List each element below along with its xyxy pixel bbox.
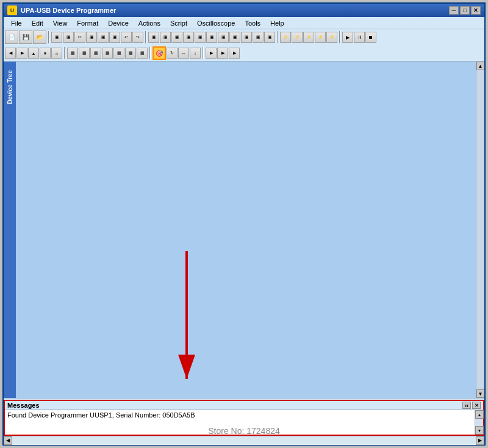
toolbar-sep-3 (277, 31, 278, 43)
flip-v-button[interactable]: ↕ (190, 48, 201, 59)
new-button[interactable]: 📄 (5, 31, 18, 44)
side-tab-label[interactable]: Device Tree (5, 68, 15, 107)
tb-btn-23[interactable]: ⚡ (315, 32, 326, 43)
nav-home[interactable]: ⌂ (51, 48, 62, 59)
nav-up[interactable]: ▲ (28, 48, 39, 59)
tb-btn-1[interactable]: ▣ (51, 32, 62, 43)
tb-btn-3[interactable]: ✂ (74, 32, 85, 43)
tb-btn-15[interactable]: ▣ (218, 32, 229, 43)
save-button[interactable]: 💾 (19, 31, 32, 44)
tb-btn-24[interactable]: ⚡ (326, 32, 337, 43)
flip-h-button[interactable]: ↔ (178, 48, 189, 59)
side-tab[interactable]: Device Tree (4, 62, 16, 398)
menu-oscilloscope[interactable]: Oscilloscope (192, 19, 240, 27)
h-scroll-track (12, 436, 476, 445)
title-bar-left: U UPA-USB Device Programmer (7, 5, 116, 15)
grid-btn-6[interactable]: ▦ (125, 48, 136, 59)
rotate-button[interactable]: ↻ (167, 48, 178, 59)
tb-btn-9[interactable]: ▣ (148, 32, 159, 43)
messages-close-button[interactable]: ✕ (472, 402, 481, 409)
main-window: U UPA-USB Device Programmer ─ □ ✕ File E… (2, 2, 486, 446)
messages-scroll-down[interactable]: ▼ (475, 426, 484, 435)
scroll-down-button[interactable]: ▼ (476, 389, 485, 398)
h-scroll-left[interactable]: ◀ (4, 436, 12, 445)
messages-header-buttons: π ✕ (462, 402, 481, 409)
open-button[interactable]: 📂 (33, 31, 46, 44)
messages-panel: Messages π ✕ Found Device Programmer UUS… (4, 400, 484, 436)
pause-button[interactable]: ⏸ (354, 32, 365, 43)
title-buttons: ─ □ ✕ (449, 6, 481, 15)
play-button[interactable]: ▶ (342, 32, 353, 43)
tb-btn-22[interactable]: ⚡ (303, 32, 314, 43)
nav-forward[interactable]: ▶ (16, 48, 27, 59)
messages-pin-button[interactable]: π (462, 402, 471, 409)
tb-btn-20[interactable]: ⚡ (280, 32, 291, 43)
tb-btn-4[interactable]: ▣ (86, 32, 97, 43)
nav-back[interactable]: ◀ (5, 48, 16, 59)
run3-button[interactable]: ▶ (229, 48, 240, 59)
tb-btn-7[interactable]: ↩ (121, 32, 132, 43)
bottom-section: Messages π ✕ Found Device Programmer UUS… (4, 398, 484, 444)
stop-button[interactable]: ⏹ (365, 32, 376, 43)
tb-btn-17[interactable]: ▣ (241, 32, 252, 43)
main-content: Device Tree ▲ ▼ (4, 62, 484, 398)
menu-format[interactable]: Format (72, 19, 103, 27)
menu-edit[interactable]: Edit (27, 19, 48, 27)
annotation-arrow (138, 245, 260, 397)
tb-btn-18[interactable]: ▣ (253, 32, 264, 43)
menu-actions[interactable]: Actions (134, 19, 165, 27)
run2-button[interactable]: ▶ (217, 48, 228, 59)
run1-button[interactable]: ▶ (206, 48, 217, 59)
title-bar: U UPA-USB Device Programmer ─ □ ✕ (4, 4, 484, 17)
tb-btn-11[interactable]: ▣ (171, 32, 182, 43)
toolbar-sep-6 (149, 47, 151, 59)
tb-btn-19[interactable]: ▣ (264, 32, 275, 43)
toolbar-container: 📄 💾 📂 ▣ ▣ ✂ ▣ ▣ ▣ ↩ ↪ ▣ ▣ ▣ ▣ ▣ ▣ ▣ ▣ ▣ … (4, 29, 484, 62)
tb-btn-10[interactable]: ▣ (160, 32, 171, 43)
message-line-1: Found Device Programmer UUSP1, Serial Nu… (7, 411, 472, 419)
tb-btn-6[interactable]: ▣ (109, 32, 120, 43)
cursor-button[interactable]: 🎯 (152, 46, 166, 60)
grid-btn-7[interactable]: ▦ (137, 48, 148, 59)
h-scroll-right[interactable]: ▶ (476, 436, 484, 445)
tb-btn-8[interactable]: ↪ (132, 32, 143, 43)
toolbar-row-2: ◀ ▶ ▲ ▼ ⌂ ▦ ▦ ▦ ▦ ▦ ▦ ▦ 🎯 ↻ ↔ ↕ ▶ ▶ ▶ (4, 45, 484, 61)
menu-script[interactable]: Script (165, 19, 192, 27)
messages-scroll-track (475, 419, 483, 426)
menu-bar: File Edit View Format Device Actions Scr… (4, 17, 484, 29)
toolbar-row-1: 📄 💾 📂 ▣ ▣ ✂ ▣ ▣ ▣ ↩ ↪ ▣ ▣ ▣ ▣ ▣ ▣ ▣ ▣ ▣ … (4, 29, 484, 45)
messages-title: Messages (7, 402, 40, 409)
tb-btn-5[interactable]: ▣ (98, 32, 109, 43)
messages-scroll-up[interactable]: ▲ (475, 410, 484, 419)
canvas-area (16, 62, 476, 398)
grid-btn-2[interactable]: ▦ (79, 48, 90, 59)
minimize-button[interactable]: ─ (449, 6, 459, 15)
restore-button[interactable]: □ (460, 6, 470, 15)
toolbar-sep-7 (203, 47, 204, 59)
nav-down[interactable]: ▼ (40, 48, 51, 59)
tb-btn-2[interactable]: ▣ (63, 32, 74, 43)
toolbar-sep-2 (145, 31, 146, 43)
close-button[interactable]: ✕ (471, 6, 481, 15)
menu-help[interactable]: Help (265, 19, 289, 27)
bottom-scrollbar: ◀ ▶ (4, 436, 484, 444)
messages-scrollbar: ▲ ▼ (475, 410, 483, 435)
tb-btn-16[interactable]: ▣ (229, 32, 240, 43)
menu-device[interactable]: Device (103, 19, 134, 27)
tb-btn-14[interactable]: ▣ (206, 32, 217, 43)
grid-btn-3[interactable]: ▦ (90, 48, 101, 59)
messages-header: Messages π ✕ (5, 401, 483, 410)
toolbar-sep-5 (64, 47, 65, 59)
menu-tools[interactable]: Tools (240, 19, 265, 27)
scroll-up-button[interactable]: ▲ (476, 62, 485, 70)
tb-btn-13[interactable]: ▣ (195, 32, 206, 43)
grid-btn-1[interactable]: ▦ (67, 48, 78, 59)
menu-view[interactable]: View (48, 19, 73, 27)
menu-file[interactable]: File (6, 19, 27, 27)
window-title: UPA-USB Device Programmer (21, 7, 116, 14)
tb-btn-21[interactable]: ⚡ (292, 32, 303, 43)
app-icon: U (7, 5, 17, 15)
grid-btn-5[interactable]: ▦ (113, 48, 124, 59)
grid-btn-4[interactable]: ▦ (102, 48, 113, 59)
tb-btn-12[interactable]: ▣ (183, 32, 194, 43)
